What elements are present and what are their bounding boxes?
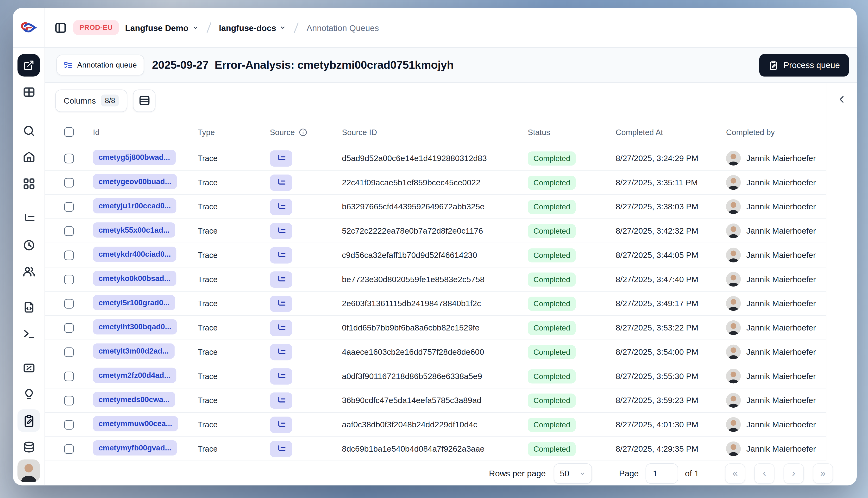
source-trace-button[interactable]: [270, 223, 293, 239]
row-checkbox[interactable]: [64, 347, 74, 357]
source-trace-button[interactable]: [270, 150, 293, 166]
source-trace-button[interactable]: [270, 198, 293, 215]
sidebar-item-search[interactable]: [17, 119, 40, 142]
rows-per-page-select[interactable]: 50: [554, 463, 592, 483]
item-id-badge[interactable]: cmetylht300bqad0...: [93, 319, 177, 334]
last-page-button[interactable]: »: [813, 463, 833, 483]
item-id-badge[interactable]: cmetylt3m00d2ad...: [93, 343, 174, 358]
item-id-badge[interactable]: cmetymyfb00gvad...: [93, 440, 177, 455]
item-id-badge[interactable]: cmetyk55x00c1ad...: [93, 222, 175, 237]
table-row[interactable]: cmetyk55x00c1ad... Trace 52c72c2222ea78e…: [45, 219, 826, 243]
source-trace-button[interactable]: [270, 392, 293, 409]
row-checkbox[interactable]: [64, 250, 74, 260]
source-id: 2e603f31361115db24198478840b1f2c: [342, 299, 528, 308]
table-row[interactable]: cmetymmuw00cea... Trace aaf0c38db0f3f204…: [45, 413, 826, 437]
columns-button[interactable]: Columns 8/8: [55, 89, 128, 112]
completed-by-avatar-image: [726, 199, 741, 214]
item-id-badge[interactable]: cmetyl5r100grad0...: [93, 295, 175, 310]
open-in-new-button[interactable]: [17, 54, 40, 77]
table-row[interactable]: cmetyko0k00bsad... Trace be7723e30d80205…: [45, 267, 826, 292]
sidebar-item-home[interactable]: [17, 145, 40, 168]
sidebar-item-tables[interactable]: [17, 80, 40, 103]
source-trace-button[interactable]: [270, 174, 293, 191]
source-trace-button[interactable]: [270, 247, 293, 263]
source-trace-button[interactable]: [270, 319, 293, 336]
item-id-badge[interactable]: cmetymeds00cwa...: [93, 392, 175, 407]
item-id-badge[interactable]: cmetyju1r00ccad0...: [93, 198, 177, 213]
page-number-input[interactable]: [646, 463, 678, 483]
row-checkbox[interactable]: [64, 299, 74, 309]
row-checkbox[interactable]: [64, 323, 74, 333]
status-badge: Completed: [528, 442, 576, 456]
item-id-badge[interactable]: cmetymmuw00cea...: [93, 416, 178, 431]
table-row[interactable]: cmetyju1r00ccad0... Trace b63297665cfd44…: [45, 195, 826, 219]
sidebar-item-tracing[interactable]: [17, 207, 40, 230]
completed-by-avatar-image: [726, 345, 741, 359]
source-trace-button[interactable]: [270, 296, 293, 312]
source-trace-button[interactable]: [270, 441, 293, 457]
completed-by-avatar: [726, 175, 741, 190]
completed-at: 8/27/2025, 3:59:23 PM: [616, 396, 726, 405]
user-avatar[interactable]: [17, 460, 40, 482]
row-checkbox[interactable]: [64, 178, 74, 187]
item-id-badge[interactable]: cmetym2fz00d4ad...: [93, 367, 176, 383]
user-avatar-image: [17, 460, 40, 482]
sidebar-item-prompts[interactable]: [17, 296, 40, 318]
table-row[interactable]: cmetylt3m00d2ad... Trace 4aaece1603cb2e1…: [45, 340, 826, 364]
source-trace-button[interactable]: [270, 368, 293, 384]
table-row[interactable]: cmetymeds00cwa... Trace 36b90cdfc47e5da1…: [45, 389, 826, 413]
breadcrumb-project-button[interactable]: langfuse-docs: [219, 23, 286, 32]
source-trace-button[interactable]: [270, 271, 293, 287]
status-badge: Completed: [528, 369, 576, 383]
source-trace-button[interactable]: [270, 416, 293, 433]
item-id-badge[interactable]: cmetykdr400ciad0...: [93, 246, 177, 262]
table-row[interactable]: cmetym2fz00d4ad... Trace a0df3f901167218…: [45, 364, 826, 389]
row-checkbox[interactable]: [64, 153, 74, 163]
sidebar: [13, 48, 45, 485]
completed-at: 8/27/2025, 3:38:03 PM: [616, 202, 726, 211]
sidebar-item-dashboards[interactable]: [17, 172, 40, 195]
source-trace-button[interactable]: [270, 344, 293, 360]
item-id-badge[interactable]: cmetygeov00buad...: [93, 174, 177, 189]
select-all-checkbox[interactable]: [64, 127, 74, 137]
row-checkbox[interactable]: [64, 396, 74, 405]
sidebar-item-insights[interactable]: [17, 383, 40, 405]
breadcrumb-org-button[interactable]: Langfuse Demo: [125, 23, 198, 32]
list-tree-icon: [276, 226, 286, 236]
row-checkbox[interactable]: [64, 420, 74, 429]
first-page-button[interactable]: «: [725, 463, 745, 483]
table-row[interactable]: cmetygeov00buad... Trace 22c41f09acae5b1…: [45, 171, 826, 195]
table-icon: [22, 85, 35, 98]
sidebar-item-users[interactable]: [17, 260, 40, 283]
next-page-button[interactable]: ›: [783, 463, 804, 483]
row-checkbox[interactable]: [64, 274, 74, 284]
sidebar-item-playground[interactable]: [17, 322, 40, 345]
table-row[interactable]: cmetyg5j800bwad... Trace d5ad9d52a00c6e1…: [45, 146, 826, 171]
row-checkbox[interactable]: [64, 202, 74, 211]
previous-page-button[interactable]: ‹: [754, 463, 775, 483]
info-icon[interactable]: [299, 128, 308, 136]
sidebar-toggle-button[interactable]: [54, 21, 67, 34]
source-id: 8dc69b1ba1e540b4d084a7f9262a3aae: [342, 444, 528, 453]
table-row[interactable]: cmetymyfb00gvad... Trace 8dc69b1ba1e540b…: [45, 437, 826, 461]
row-checkbox[interactable]: [64, 226, 74, 236]
sidebar-item-evaluation[interactable]: [17, 356, 40, 379]
sidebar-item-datasets[interactable]: [17, 436, 40, 458]
item-id-badge[interactable]: cmetyko0k00bsad...: [93, 271, 176, 286]
table-row[interactable]: cmetyl5r100grad0... Trace 2e603f31361115…: [45, 292, 826, 316]
list-tree-icon: [276, 371, 286, 381]
process-queue-button[interactable]: Process queue: [759, 54, 849, 76]
sidebar-item-sessions[interactable]: [17, 234, 40, 256]
row-height-button[interactable]: [133, 89, 156, 112]
row-checkbox[interactable]: [64, 371, 74, 381]
table-row[interactable]: cmetylht300bqad0... Trace 0f1dd65b7bb9bf…: [45, 316, 826, 340]
source-id: 4aaece1603cb2e16dd757f28de8de600: [342, 347, 528, 356]
item-id-badge[interactable]: cmetyg5j800bwad...: [93, 149, 176, 165]
list-todo-icon: [64, 61, 73, 69]
langfuse-logo[interactable]: [19, 19, 38, 36]
collapse-panel-button[interactable]: [833, 91, 850, 107]
sidebar-item-annotation-queues[interactable]: [17, 409, 40, 432]
table-row[interactable]: cmetykdr400ciad0... Trace c9d56ca32efaff…: [45, 243, 826, 267]
row-checkbox[interactable]: [64, 444, 74, 454]
item-type: Trace: [198, 275, 270, 284]
